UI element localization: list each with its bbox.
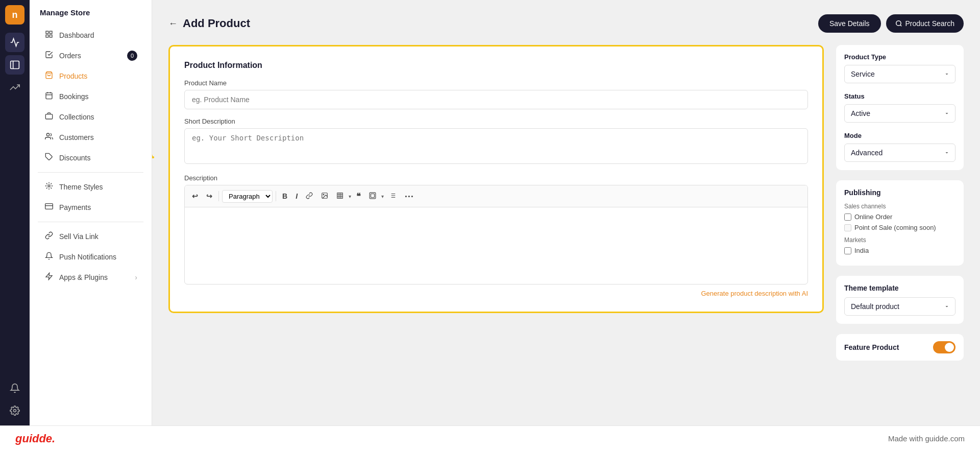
save-details-button[interactable]: Save Details [818, 14, 881, 33]
sidebar-item-push-notifications[interactable]: Push Notifications [34, 247, 148, 267]
sales-channels-label: Sales channels [844, 203, 955, 210]
rte-body[interactable] [185, 207, 807, 284]
description-label: Description [184, 174, 808, 182]
icon-bar: n [0, 0, 30, 425]
product-name-label: Product Name [184, 79, 808, 87]
mode-select[interactable]: Advanced Simple [844, 144, 955, 162]
markets-section: Markets India [844, 236, 955, 254]
theme-template-select[interactable]: Default product Custom [844, 297, 955, 316]
icon-bar-box[interactable] [5, 55, 24, 75]
header-actions: Save Details Product Search [818, 14, 964, 33]
sidebar-item-customers[interactable]: Customers [34, 128, 148, 147]
short-desc-label: Short Description [184, 117, 808, 125]
rte-italic-btn[interactable]: I [292, 190, 301, 202]
rte-divider-1 [218, 191, 219, 201]
sidebar-item-dashboard[interactable]: Dashboard [34, 26, 148, 45]
rte-quote-btn[interactable]: ❝ [353, 189, 364, 203]
back-button[interactable]: ← [168, 18, 178, 29]
sidebar-label-products: Products [59, 72, 87, 80]
rte-embed-btn[interactable] [366, 190, 379, 203]
product-search-button[interactable]: Product Search [886, 14, 964, 33]
icon-bar-trend[interactable] [5, 78, 24, 97]
rte-paragraph-select[interactable]: Paragraph [222, 190, 273, 203]
main-content: ← Add Product Save Details Product Searc… [152, 0, 980, 425]
svg-rect-30 [371, 194, 375, 197]
app-logo[interactable]: n [5, 5, 24, 25]
footer-logo: guidde. [15, 432, 55, 445]
right-panel: Product Type Service Physical Digital St… [836, 45, 964, 411]
mode-label: Mode [844, 132, 955, 139]
feature-product-toggle[interactable] [933, 341, 955, 353]
sidebar-label-apps-plugins: Apps & Plugins [59, 273, 108, 281]
sidebar: Manage Store Dashboard Orders 0 Products [30, 0, 152, 425]
sidebar-divider-2 [38, 222, 143, 222]
svg-point-13 [46, 133, 49, 136]
sidebar-item-products[interactable]: Products [34, 66, 148, 86]
status-select[interactable]: Active Draft Archived [844, 104, 955, 123]
svg-marker-21 [152, 150, 153, 157]
theme-styles-icon [44, 182, 54, 192]
rte-image-btn[interactable] [318, 190, 331, 203]
markets-label: Markets [844, 236, 955, 244]
form-area: Product Information Product Name Short D… [168, 45, 824, 411]
sidebar-item-sell-via-link[interactable]: Sell Via Link [34, 227, 148, 246]
link-icon [44, 231, 54, 242]
product-type-select[interactable]: Service Physical Digital [844, 65, 955, 83]
sidebar-item-collections[interactable]: Collections [34, 107, 148, 127]
rte-undo-btn[interactable]: ↩ [189, 190, 201, 202]
rte-link-btn[interactable] [303, 190, 316, 203]
svg-rect-4 [50, 31, 52, 34]
sidebar-title: Manage Store [30, 8, 152, 25]
sidebar-item-payments[interactable]: Payments [34, 198, 148, 217]
push-notif-icon [44, 252, 54, 262]
product-search-label: Product Search [905, 19, 955, 28]
rte-divider-2 [276, 191, 276, 201]
form-section-title: Product Information [184, 61, 808, 70]
online-order-row: Online Order [844, 213, 955, 221]
description-editor: ↩ ↪ Paragraph B I [184, 185, 808, 284]
bell-icon[interactable] [5, 378, 24, 398]
sidebar-item-discounts[interactable]: Discounts [34, 148, 148, 168]
india-checkbox[interactable] [844, 247, 851, 254]
sidebar-label-dashboard: Dashboard [59, 31, 94, 39]
online-order-checkbox[interactable] [844, 213, 851, 221]
gear-icon[interactable] [5, 401, 24, 420]
theme-template-title: Theme template [844, 284, 955, 292]
sidebar-item-apps-plugins[interactable]: Apps & Plugins › [34, 268, 148, 287]
products-icon [44, 71, 54, 81]
orders-icon [44, 51, 54, 61]
icon-bar-chart[interactable] [5, 33, 24, 52]
short-desc-input[interactable] [184, 128, 808, 164]
mode-section: Mode Advanced Simple [844, 132, 955, 162]
ai-generate-link[interactable]: Generate product description with AI [184, 290, 808, 297]
theme-template-card: Theme template Default product Custom [836, 276, 964, 324]
rte-more-btn[interactable]: ⋯ [401, 188, 416, 204]
sidebar-label-bookings: Bookings [59, 92, 89, 101]
rte-redo-btn[interactable]: ↪ [203, 190, 215, 202]
product-name-input[interactable] [184, 90, 808, 109]
status-section: Status Active Draft Archived [844, 92, 955, 123]
rte-bold-btn[interactable]: B [279, 190, 290, 202]
page-title: Add Product [183, 17, 250, 30]
pos-checkbox[interactable] [844, 224, 851, 231]
publishing-title: Publishing [844, 188, 955, 197]
svg-rect-8 [46, 93, 52, 99]
publishing-card: Publishing Sales channels Online Order P… [836, 180, 964, 266]
sidebar-label-sell-via-link: Sell Via Link [59, 232, 99, 241]
svg-point-19 [896, 21, 900, 26]
status-label: Status [844, 92, 955, 100]
orders-badge: 0 [127, 51, 137, 61]
sidebar-item-theme-styles[interactable]: Theme Styles [34, 177, 148, 197]
sidebar-label-collections: Collections [59, 113, 94, 121]
sidebar-item-bookings[interactable]: Bookings [34, 87, 148, 106]
rte-list-btn[interactable] [386, 190, 399, 203]
dashboard-icon [44, 30, 54, 40]
svg-rect-3 [46, 31, 48, 34]
svg-line-20 [900, 25, 901, 27]
rte-toolbar: ↩ ↪ Paragraph B I [185, 185, 807, 207]
product-form-card: Product Information Product Name Short D… [168, 45, 824, 313]
sidebar-item-orders[interactable]: Orders 0 [34, 46, 148, 65]
sidebar-label-push-notifications: Push Notifications [59, 253, 116, 261]
collections-icon [44, 112, 54, 122]
rte-table-btn[interactable] [333, 190, 347, 203]
